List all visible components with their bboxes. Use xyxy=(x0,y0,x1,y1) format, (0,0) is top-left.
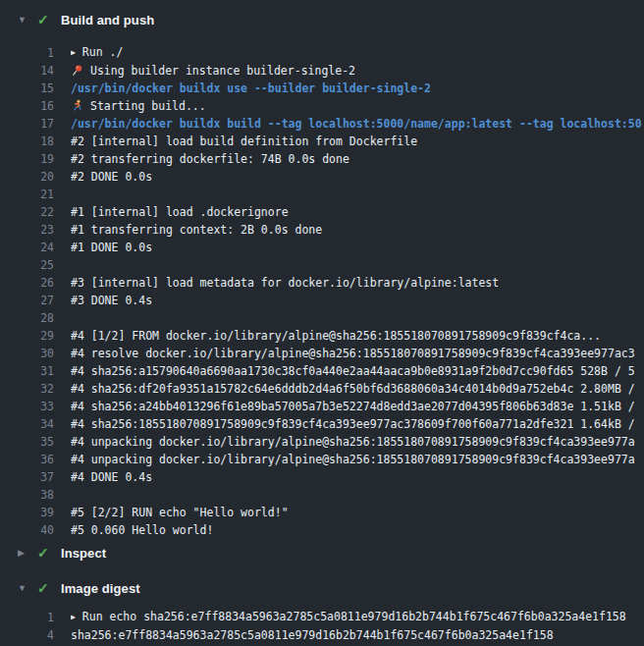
log-line-text: #4 unpacking docker.io/library/alpine@sh… xyxy=(71,433,644,451)
log-line: 29#4 [1/2] FROM docker.io/library/alpine… xyxy=(0,327,644,345)
line-number-link[interactable]: 38 xyxy=(0,486,54,504)
line-number-link[interactable]: 17 xyxy=(0,115,54,133)
line-number-link[interactable]: 29 xyxy=(0,327,54,345)
log-line-text: #2 DONE 0.0s xyxy=(71,168,644,186)
log-line: 19#2 transferring dockerfile: 74B 0.0s d… xyxy=(0,150,644,168)
section-title: Image digest xyxy=(61,581,140,596)
log-line: 15/usr/bin/docker buildx use --builder b… xyxy=(0,80,644,97)
line-number-link[interactable]: 20 xyxy=(0,168,54,186)
log-line: 4sha256:e7ff8834a5963a2785c5a0811e979d16… xyxy=(0,626,644,644)
log-line-text: #2 transferring dockerfile: 74B 0.0s don… xyxy=(71,150,644,168)
log-line-text: #1 DONE 0.0s xyxy=(71,239,644,256)
log-line-text: #3 DONE 0.4s xyxy=(71,292,644,309)
log-line: 39#5 [2/2] RUN echo "Hello world!" xyxy=(0,504,644,521)
log-line: 18#2 [internal] load build definition fr… xyxy=(0,133,644,150)
log-line-text: Starting build... xyxy=(71,97,644,115)
log-line: 40#5 0.060 Hello world! xyxy=(0,521,644,539)
line-number-link[interactable]: 35 xyxy=(0,433,54,451)
log-line: 31#4 sha256:a15790640a6690aa1730c38cf0a4… xyxy=(0,362,644,380)
log-group-toggle[interactable]: ▶Run ./ xyxy=(71,43,644,63)
log-line: 34#4 sha256:185518070891758909c9f839cf4c… xyxy=(0,415,644,433)
log-line-text: #4 unpacking docker.io/library/alpine@sh… xyxy=(71,451,644,468)
line-number-link[interactable]: 33 xyxy=(0,398,54,415)
log-lines: 1▶Run echo sha256:e7ff8834a5963a2785c5a0… xyxy=(0,600,644,646)
log-line: 1▶Run echo sha256:e7ff8834a5963a2785c5a0… xyxy=(0,609,644,626)
log-section-build-and-push: ▼✓Build and push1▶Run ./14Using builder … xyxy=(0,8,644,539)
expand-group-icon[interactable]: ▶ xyxy=(71,44,76,62)
log-line: 22#1 [internal] load .dockerignore xyxy=(0,203,644,221)
pushpin-icon xyxy=(71,64,83,77)
line-number-link[interactable]: 14 xyxy=(0,62,54,80)
log-line: 32#4 sha256:df20fa9351a15782c64e6dddb2d4… xyxy=(0,380,644,398)
log-line: 36#4 unpacking docker.io/library/alpine@… xyxy=(0,451,644,468)
line-number-link[interactable]: 22 xyxy=(0,203,54,221)
line-number-link[interactable]: 4 xyxy=(0,626,54,644)
log-line: 38 xyxy=(0,486,644,504)
actions-log-viewer: ▼✓Build and push1▶Run ./14Using builder … xyxy=(0,0,644,646)
success-check-icon: ✓ xyxy=(37,13,53,27)
log-line-text: sha256:e7ff8834a5963a2785c5a0811e979d16b… xyxy=(71,626,644,644)
log-section-image-digest: ▼✓Image digest1▶Run echo sha256:e7ff8834… xyxy=(0,576,644,646)
line-number-link[interactable]: 30 xyxy=(0,345,54,362)
line-number-link[interactable]: 27 xyxy=(0,292,54,309)
line-number-link[interactable]: 28 xyxy=(0,309,54,327)
success-check-icon: ✓ xyxy=(37,581,53,595)
log-line: 28 xyxy=(0,309,644,327)
log-line: 25 xyxy=(0,256,644,274)
line-number-link[interactable]: 39 xyxy=(0,504,54,521)
line-number-link[interactable]: 31 xyxy=(0,362,54,380)
runner-icon xyxy=(71,99,83,112)
log-section-inspect: ▶✓Inspect xyxy=(0,541,644,565)
log-line: 14Using builder instance builder-single-… xyxy=(0,62,644,80)
log-line-text: /usr/bin/docker buildx use --builder bui… xyxy=(71,80,644,97)
log-line-text: #5 [2/2] RUN echo "Hello world!" xyxy=(71,504,644,521)
log-line-text: #3 [internal] load metadata for docker.i… xyxy=(71,274,644,292)
line-number-link[interactable]: 19 xyxy=(0,150,54,168)
line-number-link[interactable]: 34 xyxy=(0,415,54,433)
log-line-text: #1 transferring context: 2B 0.0s done xyxy=(71,221,644,239)
log-line: 27#3 DONE 0.4s xyxy=(0,292,644,309)
log-lines: 1▶Run ./14Using builder instance builder… xyxy=(0,31,644,539)
log-line: 21 xyxy=(0,186,644,203)
line-number-link[interactable]: 26 xyxy=(0,274,54,292)
line-number-link[interactable]: 1 xyxy=(0,609,54,626)
chevron-down-icon[interactable]: ▼ xyxy=(18,584,29,593)
section-header-image-digest[interactable]: ▼✓Image digest xyxy=(0,576,644,600)
line-number-link[interactable]: 25 xyxy=(0,256,54,274)
expand-group-icon[interactable]: ▶ xyxy=(71,609,76,626)
chevron-right-icon[interactable]: ▶ xyxy=(18,549,29,558)
log-line-text: #5 0.060 Hello world! xyxy=(71,521,644,539)
log-line: 23#1 transferring context: 2B 0.0s done xyxy=(0,221,644,239)
log-group-toggle[interactable]: ▶Run echo sha256:e7ff8834a5963a2785c5a08… xyxy=(71,608,644,627)
section-header-inspect[interactable]: ▶✓Inspect xyxy=(0,541,644,565)
line-number-link[interactable]: 1 xyxy=(0,44,54,62)
log-line-text: #2 [internal] load build definition from… xyxy=(71,133,644,150)
log-line-text: #1 [internal] load .dockerignore xyxy=(71,203,644,221)
log-line: 26#3 [internal] load metadata for docker… xyxy=(0,274,644,292)
line-number-link[interactable]: 16 xyxy=(0,97,54,115)
section-header-build-and-push[interactable]: ▼✓Build and push xyxy=(0,8,644,31)
log-line-text: #4 sha256:185518070891758909c9f839cf4ca3… xyxy=(71,415,644,433)
success-check-icon: ✓ xyxy=(37,546,53,560)
line-number-link[interactable]: 40 xyxy=(0,521,54,539)
line-number-link[interactable]: 32 xyxy=(0,380,54,398)
line-number-link[interactable]: 37 xyxy=(0,468,54,486)
line-number-link[interactable]: 15 xyxy=(0,80,54,97)
line-number-link[interactable]: 24 xyxy=(0,239,54,256)
log-line: 37#4 DONE 0.4s xyxy=(0,468,644,486)
log-line: 30#4 resolve docker.io/library/alpine@sh… xyxy=(0,345,644,362)
log-line-text: #4 sha256:a24bb4013296f61e89ba57005a7b3e… xyxy=(71,398,644,415)
chevron-down-icon[interactable]: ▼ xyxy=(18,16,29,25)
line-number-link[interactable]: 36 xyxy=(0,451,54,468)
line-number-link[interactable]: 18 xyxy=(0,133,54,150)
log-line-text: #4 sha256:a15790640a6690aa1730c38cf0a440… xyxy=(71,362,644,380)
log-line-text: #4 sha256:df20fa9351a15782c64e6dddb2d4a6… xyxy=(71,380,644,398)
log-line-text: #4 resolve docker.io/library/alpine@sha2… xyxy=(71,345,644,362)
log-line: 33#4 sha256:a24bb4013296f61e89ba57005a7b… xyxy=(0,398,644,415)
line-number-link[interactable]: 23 xyxy=(0,221,54,239)
log-line: 17/usr/bin/docker buildx build --tag loc… xyxy=(0,115,644,133)
log-line-text: /usr/bin/docker buildx build --tag local… xyxy=(71,115,644,133)
line-number-link[interactable]: 21 xyxy=(0,186,54,203)
log-line-text: Using builder instance builder-single-2 xyxy=(71,62,644,80)
section-title: Build and push xyxy=(61,13,154,27)
